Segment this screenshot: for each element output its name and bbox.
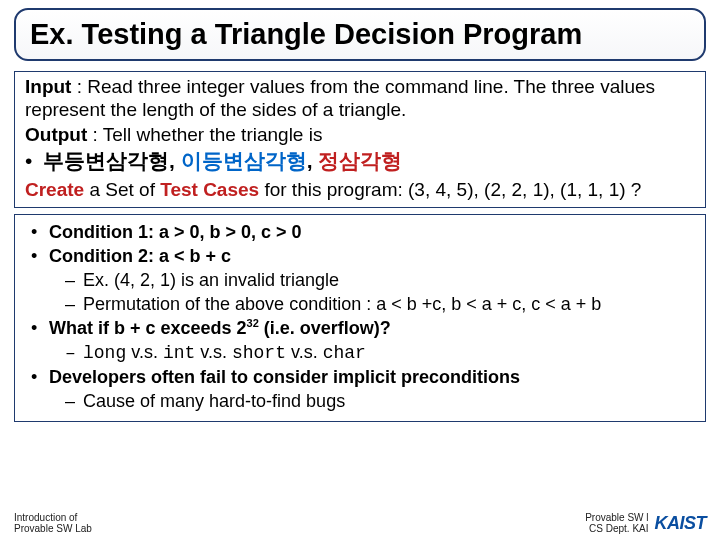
bullet-icon: • bbox=[31, 366, 49, 390]
footer: Introduction of Provable SW Lab Provable… bbox=[14, 512, 706, 534]
triangle-types-line: •부등변삼각형, 이등변삼각형, 정삼각형 bbox=[25, 148, 695, 174]
dash-icon: – bbox=[65, 269, 83, 293]
dash-icon: – bbox=[65, 342, 83, 366]
footer-right: Provable SW l CS Dept. KAI KAIST bbox=[585, 512, 706, 534]
overflow-question: •What if b + c exceeds 232 (i.e. overflo… bbox=[25, 316, 695, 341]
slide-title-box: Ex. Testing a Triangle Decision Program bbox=[14, 8, 706, 61]
bullet-icon: • bbox=[25, 148, 43, 174]
footer-left-line1: Introduction of bbox=[14, 512, 92, 523]
triangle-scalene: 부등변삼각형 bbox=[43, 149, 169, 172]
bullet-icon: • bbox=[31, 317, 49, 341]
footer-left: Introduction of Provable SW Lab bbox=[14, 512, 92, 534]
problem-statement-box: Input : Read three integer values from t… bbox=[14, 71, 706, 208]
bullet-icon: • bbox=[31, 221, 49, 245]
create-test-cases-line: Create a Set of Test Cases for this prog… bbox=[25, 179, 695, 202]
input-label: Input bbox=[25, 76, 71, 97]
type-comparison: –long v.s. int v.s. short v.s. char bbox=[25, 341, 695, 366]
input-line: Input : Read three integer values from t… bbox=[25, 76, 695, 122]
triangle-equilateral: 정삼각형 bbox=[318, 149, 402, 172]
preconditions-note: •Developers often fail to consider impli… bbox=[25, 366, 695, 390]
output-line: Output : Tell whether the triangle is bbox=[25, 124, 695, 147]
test-cases-word: Test Cases bbox=[160, 179, 259, 200]
condition-1: •Condition 1: a > 0, b > 0, c > 0 bbox=[25, 221, 695, 245]
condition-2-permutation: –Permutation of the above condition : a … bbox=[25, 293, 695, 317]
create-word: Create bbox=[25, 179, 84, 200]
condition-2-example: –Ex. (4, 2, 1) is an invalid triangle bbox=[25, 269, 695, 293]
triangle-isosceles: 이등변삼각형 bbox=[181, 149, 307, 172]
input-text: : Read three integer values from the com… bbox=[25, 76, 655, 120]
conditions-box: •Condition 1: a > 0, b > 0, c > 0 •Condi… bbox=[14, 214, 706, 422]
dash-icon: – bbox=[65, 293, 83, 317]
footer-left-line2: Provable SW Lab bbox=[14, 523, 92, 534]
output-label: Output bbox=[25, 124, 87, 145]
slide-title: Ex. Testing a Triangle Decision Program bbox=[30, 18, 690, 51]
bugs-cause: –Cause of many hard-to-find bugs bbox=[25, 390, 695, 414]
conditions-list: •Condition 1: a > 0, b > 0, c > 0 •Condi… bbox=[25, 221, 695, 413]
kaist-logo: KAIST bbox=[655, 513, 707, 534]
footer-right-line2: CS Dept. KAI bbox=[585, 523, 648, 534]
output-text: : Tell whether the triangle is bbox=[87, 124, 322, 145]
dash-icon: – bbox=[65, 390, 83, 414]
bullet-icon: • bbox=[31, 245, 49, 269]
footer-right-line1: Provable SW l bbox=[585, 512, 648, 523]
condition-2: •Condition 2: a < b + c bbox=[25, 245, 695, 269]
